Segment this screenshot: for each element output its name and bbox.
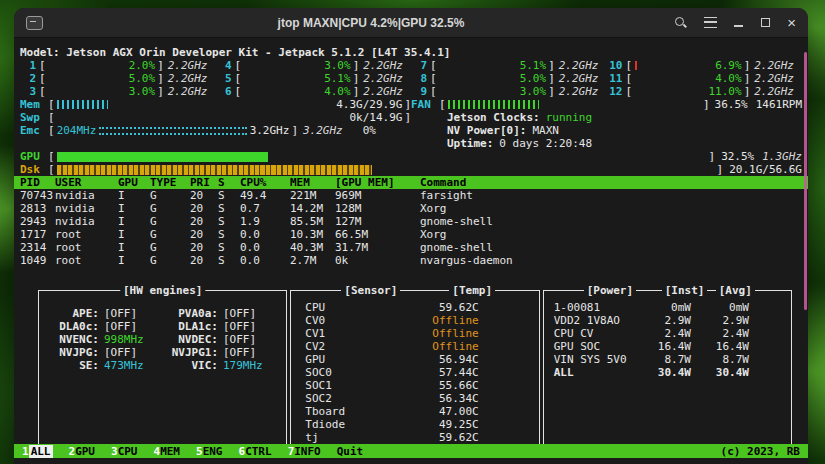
cpu-core-5-gauge: 5 5.1% 2.2GHz bbox=[216, 72, 412, 85]
sensor-temp: Offline bbox=[432, 314, 478, 327]
cpu-usage-percent: 3.0% bbox=[129, 85, 156, 98]
nv-power-status: NV Power[0]: MAXN bbox=[411, 124, 802, 137]
minimize-icon[interactable] bbox=[734, 17, 744, 28]
emc-nvpower-line: Emc 204MHz3.2GHz 3.2GHz 0% NV Power[0]: … bbox=[20, 124, 802, 137]
quit-button[interactable]: Quit bbox=[337, 445, 364, 458]
cell-user: root bbox=[55, 241, 118, 254]
process-row: 2813nvidiaIG20S0.714.2M128MXorg bbox=[20, 202, 802, 215]
sensor-temp: 47.00C bbox=[439, 405, 479, 418]
tab-ctrl[interactable]: 6CTRL bbox=[239, 445, 272, 458]
cpu-core-11-gauge: 11 4.0% 2.2GHz bbox=[607, 72, 803, 85]
tab-mem[interactable]: 4MEM bbox=[154, 445, 181, 458]
copyright-text: (c) 2023, RB bbox=[721, 445, 800, 458]
sensor-row: CPU59.62C bbox=[291, 301, 538, 314]
sensor-name: CPU bbox=[305, 301, 439, 314]
cell-command: gnome-shell bbox=[420, 215, 802, 228]
tab-gpu[interactable]: 2GPU bbox=[69, 445, 96, 458]
cell-s: S bbox=[218, 202, 240, 215]
cell-pri: 20 bbox=[190, 228, 218, 241]
hw-engines-box: [HW engines] APE:[OFF]PVA0a:[OFF] DLA0c:… bbox=[38, 290, 287, 445]
cell-gpumem: 969M bbox=[335, 189, 420, 202]
dsk-value: 20.1G/56.6G bbox=[729, 163, 802, 176]
search-icon[interactable] bbox=[674, 16, 687, 29]
cell-mem: 2.7M bbox=[290, 254, 335, 267]
cpu-core-id: 8 bbox=[411, 72, 427, 85]
swp-value: 0k/14.9G bbox=[349, 111, 402, 124]
tab-label: INFO bbox=[294, 445, 321, 458]
cpu-usage-bar: 5.1% bbox=[235, 72, 360, 85]
cpu-usage-percent: 4.0% bbox=[715, 72, 742, 85]
cell-gpu: I bbox=[118, 254, 150, 267]
cell-cpu: 0.0 bbox=[240, 241, 290, 254]
engine-label: PVA0a: bbox=[158, 307, 218, 320]
cpu-frequency: 2.2GHz bbox=[363, 85, 403, 98]
sensors-box: [Sensor] [Temp] CPU59.62C CV0Offline CV1… bbox=[290, 290, 539, 445]
engine-label: NVJPG1: bbox=[158, 346, 218, 359]
sensor-row: CV2Offline bbox=[291, 340, 538, 353]
engine-label: VIC: bbox=[158, 359, 218, 372]
cpu-usage-bar: 11.0% bbox=[626, 85, 751, 98]
cpu-usage-bar: 3.0% bbox=[39, 85, 164, 98]
sensor-temp: 56.34C bbox=[439, 392, 479, 405]
tab-cpu[interactable]: 3CPU bbox=[111, 445, 138, 458]
cpu-frequency: 2.2GHz bbox=[559, 72, 599, 85]
tab-key: 1 bbox=[22, 445, 29, 458]
engine-label: NVDEC: bbox=[158, 333, 218, 346]
tab-key: 7 bbox=[288, 445, 295, 458]
power-row: VIN SYS 5V08.7W8.7W bbox=[544, 353, 791, 366]
cell-pid: 1717 bbox=[20, 228, 55, 241]
cpu-core-2-gauge: 2 5.0% 2.2GHz bbox=[20, 72, 216, 85]
cell-type: G bbox=[150, 189, 190, 202]
tab-key: 6 bbox=[239, 445, 246, 458]
mem-fan-line: Mem 4.3G/29.9G FAN 36.5% 1461RPM bbox=[20, 98, 802, 111]
tab-label: MEM bbox=[160, 445, 180, 458]
engine-label: SE: bbox=[43, 359, 99, 372]
titlebar[interactable]: jtop MAXN|CPU 4.2%|GPU 32.5% bbox=[14, 8, 808, 38]
dsk-bar-fill bbox=[57, 165, 373, 175]
gpu-gauge: GPU 32.5% 1.3GHz bbox=[20, 150, 802, 163]
menu-icon[interactable] bbox=[704, 17, 717, 28]
jetson-clocks-value: running bbox=[546, 111, 592, 124]
cpu-usage-percent: 6.9% bbox=[715, 59, 742, 72]
cpu-core-id: 11 bbox=[607, 72, 623, 85]
sensor-temp: 57.44C bbox=[439, 366, 479, 379]
terminal-app-icon[interactable] bbox=[26, 16, 43, 30]
tab-all[interactable]: 1ALL bbox=[22, 445, 53, 458]
cpu-row-3: 3 3.0% 2.2GHz 6 4.0% 2.2GHz 9 3.0% 2.2GH… bbox=[20, 85, 802, 98]
fan-percent: 36.5% bbox=[715, 98, 748, 111]
dsk-bar bbox=[48, 163, 723, 176]
nv-power-label: NV Power[0]: bbox=[447, 124, 526, 137]
cell-user: nvidia bbox=[55, 202, 118, 215]
rail-avg: 0mW bbox=[691, 301, 749, 314]
tab-info[interactable]: 7INFO bbox=[288, 445, 321, 458]
process-row: 70743nvidiaIG20S49.4221M969Mfarsight bbox=[20, 189, 802, 202]
close-icon[interactable] bbox=[787, 17, 796, 28]
maximize-icon[interactable] bbox=[761, 18, 770, 27]
mem-value: 4.3G/29.9G bbox=[336, 98, 402, 111]
scrollbar[interactable] bbox=[804, 52, 807, 310]
cell-s: S bbox=[218, 254, 240, 267]
tab-eng[interactable]: 5ENG bbox=[196, 445, 223, 458]
cpu-core-id: 7 bbox=[411, 59, 427, 72]
engine-label: DLA1c: bbox=[158, 320, 218, 333]
col-header-cpu: CPU% bbox=[240, 176, 290, 189]
engine-value: [OFF] bbox=[223, 333, 286, 346]
cell-pid: 2943 bbox=[20, 215, 55, 228]
cell-mem: 14.2M bbox=[290, 202, 335, 215]
cpu-frequency: 2.2GHz bbox=[559, 85, 599, 98]
cell-gpu: I bbox=[118, 202, 150, 215]
rail-inst: 30.4W bbox=[639, 366, 691, 379]
sensor-row: Tboard47.00C bbox=[291, 405, 538, 418]
uptime-value: 0 days 2:20:48 bbox=[499, 137, 592, 150]
process-row: 1049rootIG20S0.02.7M0knvargus-daemon bbox=[20, 254, 802, 267]
rail-inst: 2.4W bbox=[639, 327, 691, 340]
window-title: jtop MAXN|CPU 4.2%|GPU 32.5% bbox=[94, 16, 648, 30]
power-row: CPU CV2.4W2.4W bbox=[544, 327, 791, 340]
rail-name: CPU CV bbox=[554, 327, 639, 340]
col-header-pri: PRI bbox=[190, 176, 218, 189]
rail-avg: 16.4W bbox=[691, 340, 749, 353]
disk-gauge: Dsk 20.1G/56.6G bbox=[20, 163, 802, 176]
cell-cpu: 0.0 bbox=[240, 254, 290, 267]
gpu-bar-fill bbox=[57, 152, 268, 162]
sensor-row: CV1Offline bbox=[291, 327, 538, 340]
